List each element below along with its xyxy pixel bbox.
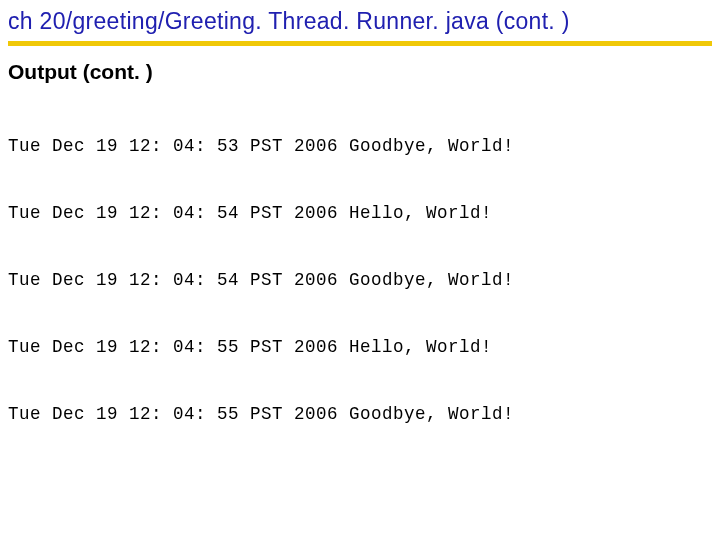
output-heading: Output (cont. ) [8, 60, 712, 84]
output-block: Tue Dec 19 12: 04: 53 PST 2006 Goodbye, … [8, 90, 712, 471]
output-line: Tue Dec 19 12: 04: 54 PST 2006 Hello, Wo… [8, 202, 712, 224]
slide-title: ch 20/greeting/Greeting. Thread. Runner.… [8, 8, 712, 46]
output-line: Tue Dec 19 12: 04: 55 PST 2006 Goodbye, … [8, 403, 712, 425]
output-line: Tue Dec 19 12: 04: 55 PST 2006 Hello, Wo… [8, 336, 712, 358]
output-line: Tue Dec 19 12: 04: 54 PST 2006 Goodbye, … [8, 269, 712, 291]
output-line: Tue Dec 19 12: 04: 53 PST 2006 Goodbye, … [8, 135, 712, 157]
slide-container: ch 20/greeting/Greeting. Thread. Runner.… [0, 0, 720, 471]
